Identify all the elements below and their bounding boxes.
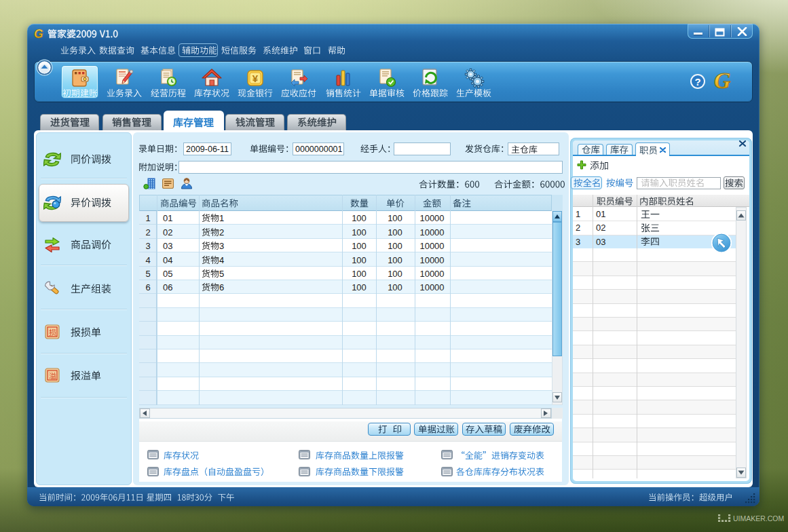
svg-text:¥: ¥ [252,73,258,84]
svg-text:?: ? [694,76,700,88]
svg-text:G: G [714,68,731,93]
svg-text:UIMAKER.COM: UIMAKER.COM [733,514,784,522]
svg-text:G: G [34,28,43,39]
